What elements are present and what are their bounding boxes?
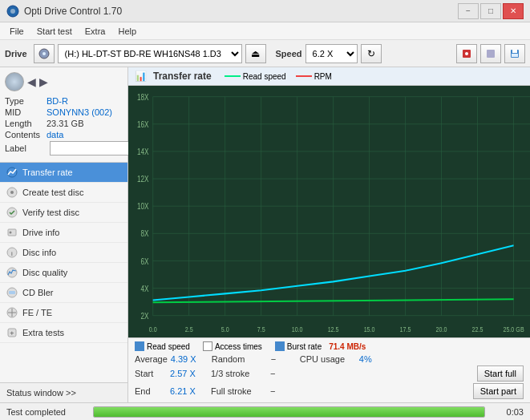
- drive-select[interactable]: (H:) HL-DT-ST BD-RE WH16NS48 1.D3: [58, 44, 242, 63]
- nav-list: Transfer rate Create test disc Verify te…: [0, 163, 127, 382]
- save-btn[interactable]: [504, 44, 525, 63]
- svg-point-1: [10, 9, 15, 14]
- disc-label-label: Label: [5, 143, 47, 153]
- nav-item-cd-bler[interactable]: CD Bler: [0, 283, 127, 303]
- legend-read-speed: Read speed: [225, 72, 286, 81]
- status-window-btn[interactable]: Status window >>: [0, 382, 127, 402]
- checkbox-burst-rate[interactable]: Burst rate 71.4 MB/s: [275, 341, 366, 351]
- disc-header: ◀ ▶: [5, 72, 123, 91]
- cpu-usage-value: 4%: [359, 354, 372, 364]
- burst-rate-value: 71.4 MB/s: [329, 342, 366, 351]
- nav-item-verify-test-disc[interactable]: Verify test disc: [0, 203, 127, 223]
- stat-row-average: Average 4.39 X Random − CPU usage 4%: [135, 354, 524, 364]
- svg-rect-6: [487, 50, 495, 58]
- nav-item-fe-te[interactable]: FE / TE: [0, 303, 127, 323]
- svg-text:2.5: 2.5: [185, 325, 193, 333]
- transfer-rate-icon: [6, 167, 18, 178]
- disc-contents-label: Contents: [5, 130, 47, 139]
- status-bar: Test completed 0:03: [0, 402, 530, 420]
- chart-title: Transfer rate: [153, 71, 212, 82]
- svg-text:6X: 6X: [141, 256, 149, 265]
- nav-item-disc-quality[interactable]: Disc quality: [0, 263, 127, 283]
- svg-text:25.0 GB: 25.0 GB: [503, 325, 524, 333]
- svg-text:16X: 16X: [137, 119, 149, 129]
- app-icon: [6, 5, 19, 18]
- stroke13-label: 1/3 stroke: [211, 369, 267, 378]
- svg-text:+: +: [10, 329, 14, 337]
- average-value: 4.39 X: [171, 354, 199, 364]
- nav-item-drive-info[interactable]: Drive info: [0, 223, 127, 243]
- fe-te-icon: [6, 307, 18, 318]
- create-test-disc-icon: [6, 187, 18, 198]
- start-full-button[interactable]: Start full: [477, 365, 524, 382]
- chart-title-icon: 📊: [135, 71, 147, 82]
- end-label: End: [135, 386, 167, 396]
- stats-area: Read speed Access times Burst rate 71.4 …: [128, 337, 530, 402]
- end-value: 6.21 X: [170, 386, 198, 396]
- menu-help[interactable]: Help: [111, 25, 143, 38]
- speed-label: Speed: [276, 49, 302, 59]
- svg-text:17.5: 17.5: [400, 325, 411, 333]
- nav-item-extra-tests[interactable]: + Extra tests: [0, 323, 127, 343]
- content-area: 📊 Transfer rate Read speed RPM: [128, 67, 530, 402]
- disc-type-row: Type BD-R: [5, 96, 123, 106]
- svg-text:7.5: 7.5: [257, 325, 265, 333]
- svg-text:15.0: 15.0: [364, 325, 375, 333]
- disc-nav-arrows[interactable]: ◀ ▶: [27, 75, 48, 88]
- disc-length-value: 23.31 GB: [47, 119, 83, 128]
- svg-rect-20: [9, 291, 15, 294]
- stat-row-end: End 6.21 X Full stroke − Start part: [135, 383, 524, 399]
- disc-length-row: Length 23.31 GB: [5, 119, 123, 128]
- sidebar: ◀ ▶ Type BD-R MID SONYNN3 (002) Length 2…: [0, 67, 128, 402]
- svg-point-15: [10, 232, 12, 234]
- checkbox-access-times[interactable]: Access times: [203, 341, 262, 351]
- svg-text:12.5: 12.5: [328, 325, 339, 333]
- access-times-checkbox[interactable]: [203, 341, 212, 351]
- svg-rect-9: [512, 54, 518, 57]
- minimize-button[interactable]: −: [458, 3, 479, 19]
- progress-bar-fill: [94, 407, 484, 417]
- legend-read-speed-color: [225, 75, 241, 77]
- svg-text:i: i: [11, 250, 13, 257]
- disc-panel: ◀ ▶ Type BD-R MID SONYNN3 (002) Length 2…: [0, 67, 127, 163]
- legend-rpm: RPM: [296, 72, 332, 81]
- svg-text:10X: 10X: [137, 201, 149, 211]
- legend-rpm-color: [296, 75, 312, 77]
- stroke13-value: −: [270, 369, 286, 378]
- eject-button[interactable]: ⏏: [245, 44, 266, 63]
- close-button[interactable]: ✕: [503, 3, 524, 19]
- stat-row-start: Start 2.57 X 1/3 stroke − Start full: [135, 365, 524, 382]
- svg-text:12X: 12X: [137, 174, 149, 184]
- disc-label-row: Label 🔍: [5, 141, 123, 155]
- status-text: Test completed: [6, 407, 87, 417]
- start-label: Start: [135, 369, 167, 378]
- read-speed-checkbox[interactable]: [135, 341, 144, 351]
- average-label: Average: [135, 354, 168, 364]
- settings-btn[interactable]: [456, 44, 477, 63]
- disc-length-label: Length: [5, 119, 47, 128]
- disc-mid-row: MID SONYNN3 (002): [5, 107, 123, 117]
- nav-item-transfer-rate[interactable]: Transfer rate: [0, 163, 127, 183]
- drive-icon-btn[interactable]: [34, 44, 55, 63]
- burst-rate-checkbox[interactable]: [275, 341, 285, 351]
- drive-label: Drive: [5, 49, 27, 59]
- extra-tests-icon: +: [6, 327, 18, 338]
- menu-start-test[interactable]: Start test: [30, 25, 79, 38]
- menu-file[interactable]: File: [3, 25, 30, 38]
- chart-legend: Read speed RPM: [225, 72, 332, 81]
- checkbox-read-speed[interactable]: Read speed: [135, 341, 190, 351]
- svg-rect-8: [512, 50, 517, 53]
- maximize-button[interactable]: □: [480, 3, 501, 19]
- random-label: Random: [212, 354, 268, 364]
- info-btn[interactable]: [480, 44, 501, 63]
- start-part-button[interactable]: Start part: [473, 383, 524, 399]
- svg-text:22.5: 22.5: [472, 325, 483, 333]
- disc-icon: [5, 72, 24, 91]
- svg-point-3: [42, 52, 46, 55]
- menu-extra[interactable]: Extra: [79, 25, 112, 38]
- chart-area: 2X 4X 6X 8X 10X 12X 14X 16X 18X 0.0 2.5 …: [128, 86, 530, 337]
- speed-select[interactable]: 6.2 X: [305, 44, 358, 63]
- refresh-btn[interactable]: ↻: [361, 44, 382, 63]
- nav-item-disc-info[interactable]: i Disc info: [0, 243, 127, 263]
- nav-item-create-test-disc[interactable]: Create test disc: [0, 183, 127, 203]
